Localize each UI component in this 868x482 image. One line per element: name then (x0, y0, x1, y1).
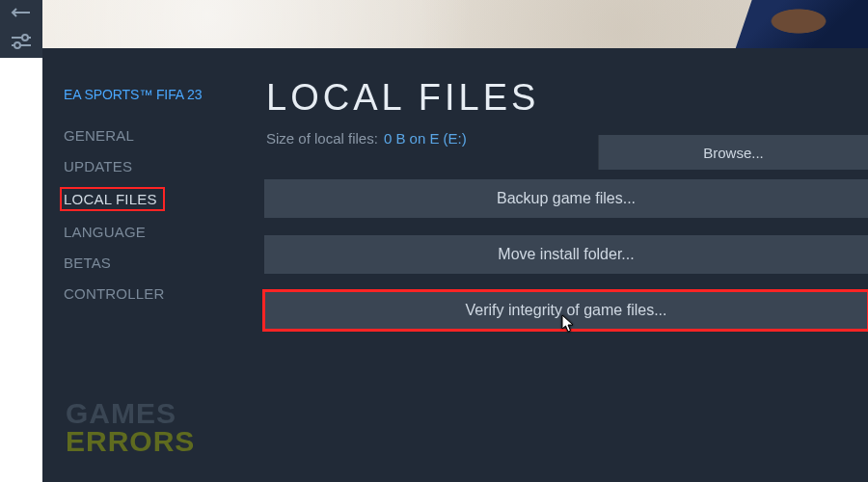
sidebar-nav: GENERAL UPDATES LOCAL FILES LANGUAGE BET… (64, 125, 264, 304)
sidebar-item-local-files[interactable]: LOCAL FILES (60, 187, 165, 211)
backup-button[interactable]: Backup game files... (264, 179, 868, 218)
sidebar-item-controller[interactable]: CONTROLLER (64, 283, 264, 304)
page-heading: LOCAL FILES (266, 77, 868, 119)
local-size-label: Size of local files: (266, 130, 378, 147)
sidebar-item-language[interactable]: LANGUAGE (64, 222, 264, 242)
mouse-cursor-icon (560, 314, 576, 334)
browse-button-label: Browse... (703, 145, 764, 161)
main-panel: LOCAL FILES Size of local files: 0 B on … (264, 48, 868, 482)
nav-back-icon[interactable] (11, 5, 32, 22)
sidebar: EA SPORTS™ FIFA 23 GENERAL UPDATES LOCAL… (42, 48, 264, 482)
game-title: EA SPORTS™ FIFA 23 (64, 87, 264, 102)
window-left-toolbar (0, 0, 42, 58)
local-size-value: 0 B on E (E:) (384, 130, 467, 147)
sidebar-item-updates[interactable]: UPDATES (64, 156, 264, 176)
watermark: GAMES ERRORS (66, 400, 195, 455)
sidebar-item-general[interactable]: GENERAL (64, 125, 264, 146)
verify-integrity-button[interactable]: Verify integrity of game files... (264, 291, 868, 330)
titlebar-banner (42, 0, 868, 48)
svg-point-4 (14, 42, 20, 48)
move-install-button[interactable]: Move install folder... (264, 235, 868, 274)
backup-button-label: Backup game files... (497, 190, 636, 207)
svg-point-2 (22, 35, 28, 40)
settings-sliders-icon[interactable] (11, 34, 32, 53)
sidebar-item-betas[interactable]: BETAS (64, 253, 264, 273)
watermark-line1: GAMES (66, 400, 195, 428)
move-install-button-label: Move install folder... (498, 246, 634, 263)
browse-button[interactable]: Browse... (598, 135, 868, 170)
watermark-line2: ERRORS (66, 428, 195, 456)
properties-window: EA SPORTS™ FIFA 23 GENERAL UPDATES LOCAL… (42, 0, 868, 482)
